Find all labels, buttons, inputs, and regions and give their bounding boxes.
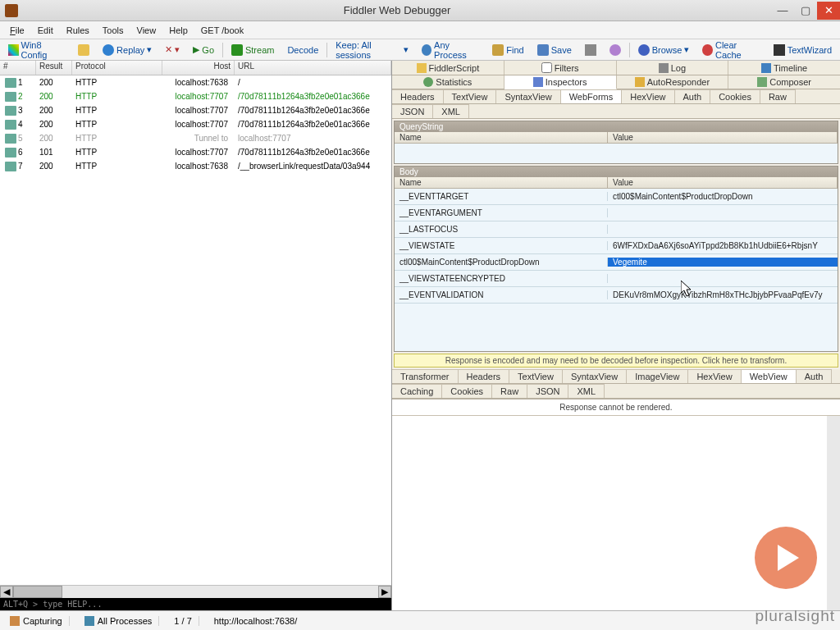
form-field-name: __EVENTTARGET (395, 192, 608, 201)
tab-fiddlerscript[interactable]: FiddlerScript (392, 61, 504, 75)
reqtab-cookies[interactable]: Cookies (710, 89, 760, 103)
timer-button[interactable] (605, 43, 626, 57)
minimize-button[interactable]: — (771, 2, 794, 20)
resptab-raw[interactable]: Raw (492, 384, 527, 398)
tab-inspectors[interactable]: Inspectors (504, 75, 617, 89)
save-button[interactable]: Save (532, 43, 577, 57)
status-allprocesses[interactable]: All Processes (78, 616, 160, 626)
form-field-value[interactable]: Vegemite (608, 258, 838, 267)
col-url[interactable]: URL (235, 61, 391, 75)
reqtab-textview[interactable]: TextView (444, 89, 497, 103)
menu-view[interactable]: View (130, 24, 163, 37)
stream-button[interactable]: Stream (226, 43, 279, 57)
tab-timeline[interactable]: Timeline (728, 61, 840, 75)
textwizard-button[interactable]: TextWizard (769, 43, 837, 57)
request-tabs: Headers TextView SyntaxView WebForms Hex… (392, 89, 840, 104)
resptab-syntaxview[interactable]: SyntaxView (563, 369, 627, 383)
close-button[interactable]: ✕ (817, 2, 840, 20)
qs-col-name[interactable]: Name (395, 132, 608, 143)
reqtab-xml[interactable]: XML (433, 104, 469, 118)
col-host[interactable]: Host (162, 61, 235, 75)
resptab-headers[interactable]: Headers (459, 369, 510, 383)
form-field-value[interactable]: ctl00$MainContent$ProductDropDown (608, 192, 838, 201)
menu-get-book[interactable]: GET /book (194, 24, 250, 37)
session-row[interactable]: 6101HTTPlocalhost:7707/70d78111b1264a3fb… (0, 145, 391, 159)
go-button[interactable]: ▶ Go (188, 43, 219, 57)
col-number[interactable]: # (0, 61, 36, 75)
sessions-hscroll[interactable]: ◀▶ (0, 585, 391, 598)
menu-edit[interactable]: Edit (31, 24, 60, 37)
clear-cache-button[interactable]: Clear Cache (697, 39, 765, 62)
menu-rules[interactable]: Rules (60, 24, 96, 37)
qs-col-value[interactable]: Value (608, 132, 838, 143)
session-row[interactable]: 7200HTTPlocalhost:7638/__browserLink/req… (0, 159, 391, 173)
body-col-value[interactable]: Value (608, 177, 838, 188)
reqtab-hexview[interactable]: HexView (622, 89, 674, 103)
response-vscroll[interactable] (827, 416, 840, 610)
resptab-textview[interactable]: TextView (509, 369, 563, 383)
resptab-imageview[interactable]: ImageView (627, 369, 688, 383)
tab-composer[interactable]: Composer (728, 75, 840, 89)
session-row[interactable]: 5200HTTPTunnel tolocalhost:7707 (0, 131, 391, 145)
inspector-pane: FiddlerScript Filters Log Timeline Stati… (392, 61, 840, 610)
reqtab-webforms[interactable]: WebForms (561, 89, 623, 103)
form-body-row[interactable]: __EVENTTARGETctl00$MainContent$ProductDr… (395, 189, 838, 205)
col-protocol[interactable]: Protocol (72, 61, 162, 75)
form-body-row[interactable]: ctl00$MainContent$ProductDropDownVegemit… (395, 254, 838, 271)
reqtab-headers[interactable]: Headers (392, 89, 444, 103)
any-process-button[interactable]: Any Process (417, 39, 485, 62)
resptab-caching[interactable]: Caching (392, 384, 442, 398)
tab-autoresponder[interactable]: AutoResponder (617, 75, 729, 89)
reqtab-syntaxview[interactable]: SyntaxView (496, 89, 560, 103)
form-body-row[interactable]: __VIEWSTATEENCRYPTED (395, 271, 838, 287)
menu-file[interactable]: File (3, 24, 31, 37)
find-button[interactable]: Find (487, 43, 528, 57)
menu-tools[interactable]: Tools (96, 24, 130, 37)
resptab-cookies[interactable]: Cookies (442, 384, 492, 398)
sessions-header: # Result Protocol Host URL (0, 61, 391, 75)
session-row[interactable]: 3200HTTPlocalhost:7707/70d78111b1264a3fb… (0, 103, 391, 117)
maximize-button[interactable]: ▢ (794, 2, 817, 20)
win8-config-button[interactable]: Win8 Config (3, 39, 70, 62)
resptab-transformer[interactable]: Transformer (392, 369, 459, 383)
session-row[interactable]: 4200HTTPlocalhost:7707/70d78111b1264a3fb… (0, 117, 391, 131)
resptab-json[interactable]: JSON (527, 384, 568, 398)
keep-sessions-dropdown[interactable]: Keep: All sessions ▾ (331, 39, 413, 62)
pluralsight-watermark: pluralsight (755, 607, 835, 625)
tab-log[interactable]: Log (617, 61, 729, 75)
menu-help[interactable]: Help (162, 24, 194, 37)
browse-button[interactable]: Browse ▾ (633, 43, 695, 57)
body-col-name[interactable]: Name (395, 177, 608, 188)
resptab-webview[interactable]: WebView (742, 369, 797, 383)
querystring-body[interactable] (395, 144, 838, 163)
reqtab-raw[interactable]: Raw (760, 89, 796, 103)
tab-filters[interactable]: Filters (504, 61, 617, 75)
reqtab-json[interactable]: JSON (392, 104, 433, 118)
remove-button[interactable]: ✕ ▾ (160, 43, 185, 57)
col-result[interactable]: Result (36, 61, 72, 75)
form-field-value[interactable]: DEKuVr8mMOXgyKYibzhRmH8xTHcJbjybPFvaaPqf… (608, 290, 838, 299)
camera-button[interactable] (580, 43, 601, 57)
response-tabs-2: Caching Cookies Raw JSON XML (392, 384, 840, 399)
filters-checkbox[interactable] (541, 62, 552, 73)
comment-button[interactable] (73, 43, 94, 57)
form-body-row[interactable]: __LASTFOCUS (395, 221, 838, 238)
play-overlay-icon (755, 527, 817, 589)
form-field-value[interactable]: 6WfFXDxDaA6Xj6soAYiTppd2bB8Kb1hUdbiiE6+R… (608, 241, 838, 250)
status-capturing[interactable]: Capturing (3, 616, 70, 626)
form-body-row[interactable]: __EVENTVALIDATIONDEKuVr8mMOXgyKYibzhRmH8… (395, 287, 838, 304)
form-body-row[interactable]: __VIEWSTATE6WfFXDxDaA6Xj6soAYiTppd2bB8Kb… (395, 238, 838, 254)
response-encoded-bar[interactable]: Response is encoded and may need to be d… (394, 354, 838, 368)
reqtab-auth[interactable]: Auth (675, 89, 711, 103)
session-row[interactable]: 2200HTTPlocalhost:7707/70d78111b1264a3fb… (0, 89, 391, 103)
quickexec-bar[interactable]: ALT+Q > type HELP... (0, 598, 391, 610)
session-type-icon (5, 92, 16, 102)
resptab-hexview[interactable]: HexView (688, 369, 741, 383)
decode-button[interactable]: Decode (282, 43, 323, 57)
resptab-auth[interactable]: Auth (797, 369, 833, 383)
resptab-xml[interactable]: XML (568, 384, 605, 398)
replay-button[interactable]: Replay ▾ (98, 43, 157, 57)
tab-statistics[interactable]: Statistics (392, 75, 504, 89)
session-row[interactable]: 1200HTTPlocalhost:7638/ (0, 75, 391, 89)
form-body-row[interactable]: __EVENTARGUMENT (395, 205, 838, 221)
